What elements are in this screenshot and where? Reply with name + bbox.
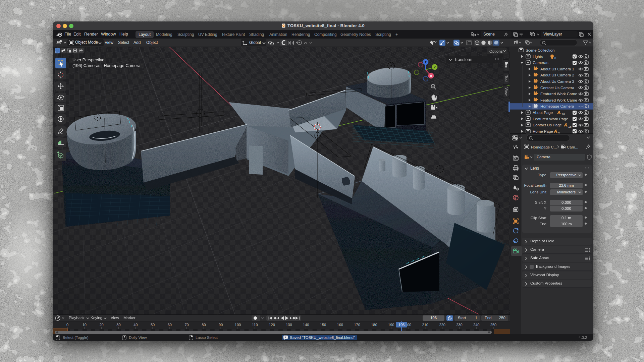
svg-text:Scene Collection: Scene Collection <box>526 48 554 52</box>
svg-text:User Perspective: User Perspective <box>72 58 104 62</box>
svg-text:About Us Camera 1: About Us Camera 1 <box>540 67 574 71</box>
svg-text:(196) Cameras | Homepage Camer: (196) Cameras | Homepage Camera <box>72 63 141 68</box>
svg-text:X: X <box>430 74 432 78</box>
svg-text:Item: Item <box>504 62 508 69</box>
svg-text:Home Page: Home Page <box>533 129 553 133</box>
svg-text:80: 80 <box>202 323 206 327</box>
svg-text:Homepage Camera: Homepage Camera <box>540 104 574 108</box>
svg-text:10: 10 <box>83 323 87 327</box>
svg-text:Tool: Tool <box>504 75 508 82</box>
svg-text:Contact Us Camera: Contact Us Camera <box>540 86 575 90</box>
svg-text:150: 150 <box>320 323 326 327</box>
svg-text:120: 120 <box>269 323 275 327</box>
svg-text:About Us Camera 3: About Us Camera 3 <box>540 79 574 83</box>
svg-text:130: 130 <box>286 323 292 327</box>
svg-text:180: 180 <box>371 323 377 327</box>
svg-text:230: 230 <box>456 323 462 327</box>
svg-text:196: 196 <box>398 323 405 327</box>
svg-text:170: 170 <box>354 323 360 327</box>
svg-text:View: View <box>504 87 508 96</box>
svg-text:Cam...: Cam... <box>567 145 578 149</box>
svg-text:90: 90 <box>219 323 223 327</box>
svg-text:8: 8 <box>554 56 556 60</box>
svg-text:Featured Work Page: Featured Work Page <box>533 117 568 121</box>
svg-text:100: 100 <box>235 323 241 327</box>
svg-text:0: 0 <box>66 323 68 327</box>
svg-text:60: 60 <box>168 323 172 327</box>
svg-text:18: 18 <box>568 125 572 128</box>
svg-text:Homepage C...: Homepage C... <box>531 145 557 149</box>
svg-text:160: 160 <box>337 323 343 327</box>
svg-text:220: 220 <box>439 323 445 327</box>
svg-text:30: 30 <box>116 323 120 327</box>
svg-text:110: 110 <box>252 323 258 327</box>
svg-text:210: 210 <box>422 323 428 327</box>
svg-text:50: 50 <box>151 323 155 327</box>
svg-text:About Us Camera 2: About Us Camera 2 <box>540 73 574 77</box>
svg-text:190: 190 <box>388 323 394 327</box>
svg-text:About Page: About Page <box>533 111 553 115</box>
svg-text:Lights: Lights <box>533 55 543 59</box>
svg-text:20: 20 <box>99 323 103 327</box>
svg-text:Y: Y <box>434 66 436 69</box>
svg-text:Cameras: Cameras <box>533 61 548 65</box>
svg-text:Featured Work Came: Featured Work Came <box>540 92 577 96</box>
svg-text:140: 140 <box>303 323 309 327</box>
svg-text:40: 40 <box>133 323 138 327</box>
svg-text:i: i <box>285 336 286 339</box>
svg-text:240: 240 <box>473 323 479 327</box>
svg-text:Options: Options <box>489 49 503 53</box>
svg-text:Z: Z <box>425 61 427 64</box>
svg-text:Transform: Transform <box>454 57 472 62</box>
svg-text:Featured Work Came: Featured Work Came <box>540 98 577 102</box>
svg-text:Contact Us Page: Contact Us Page <box>533 123 562 127</box>
svg-text:70: 70 <box>184 323 189 327</box>
svg-text:250: 250 <box>490 323 496 327</box>
svg-text:16: 16 <box>561 113 565 116</box>
